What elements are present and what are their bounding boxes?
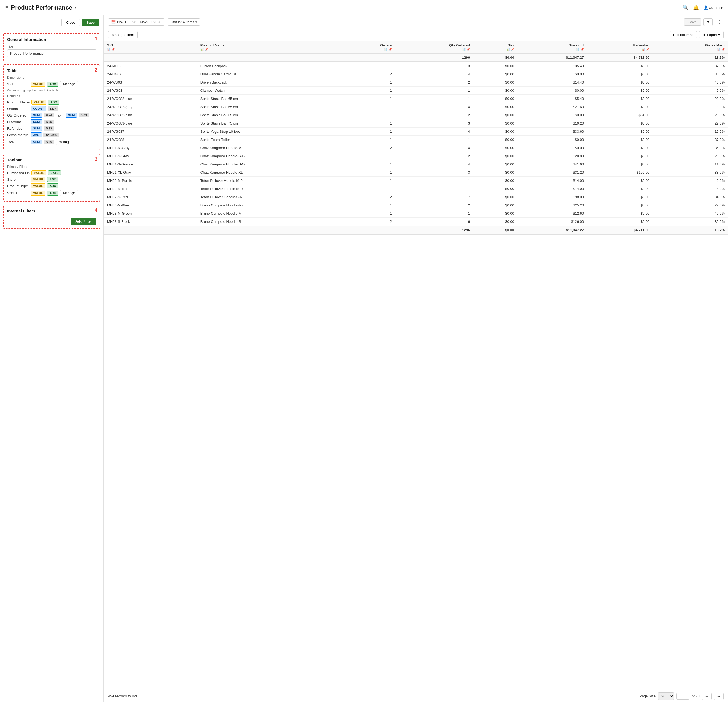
- row-refunded: $54.00: [587, 111, 653, 119]
- row-discount: $14.00: [517, 185, 587, 193]
- columns-manage-button[interactable]: Manage: [56, 139, 74, 145]
- section-number-2: 2: [95, 67, 97, 73]
- discount-chart-icon[interactable]: 📊: [576, 48, 579, 51]
- admin-dropdown-icon: ▾: [721, 6, 722, 10]
- tax-chart-icon[interactable]: 📊: [507, 48, 510, 51]
- internal-filters-section: 4 Internal Filters Add Filter: [3, 205, 100, 229]
- title-field-label: Title: [7, 45, 97, 48]
- prev-page-button[interactable]: ←: [702, 693, 712, 700]
- col-header-sku[interactable]: SKU 📊 📌: [104, 41, 197, 53]
- calendar-icon: 📅: [111, 20, 116, 24]
- search-icon[interactable]: 🔍: [683, 4, 689, 11]
- row-discount: $21.60: [517, 103, 587, 111]
- store-value-tag: VALUE: [30, 177, 45, 182]
- orders-key-tag: KEY: [48, 107, 58, 111]
- sku-pin-icon[interactable]: 📌: [111, 48, 115, 51]
- table-row: MH02-M-Purple Teton Pullover Hoodie-M-P …: [104, 177, 728, 185]
- next-page-button[interactable]: →: [714, 693, 724, 700]
- name-pin-icon[interactable]: 📌: [205, 48, 208, 51]
- row-product-name: Sprite Foam Roller: [197, 136, 343, 144]
- table-row: 24-WG088 Sprite Foam Roller 1 1 $0.00 $0…: [104, 136, 728, 144]
- row-product-name: Teton Pullover Hoodie-M-R: [197, 185, 343, 193]
- row-gross: 22.0%: [653, 119, 728, 127]
- left-panel-actions: Close Save: [0, 15, 104, 30]
- sku-chart-icon[interactable]: 📊: [107, 48, 110, 51]
- row-product-name: Teton Pullover Hoodie-S-R: [197, 193, 343, 201]
- save-button[interactable]: Save: [82, 19, 99, 26]
- col-header-gross-margin[interactable]: Gross Marg 📊 📌: [653, 41, 728, 53]
- col-header-tax[interactable]: Tax 📊 📌: [473, 41, 517, 53]
- status-filter[interactable]: Status: 4 items ▾: [168, 18, 200, 26]
- date-range-filter[interactable]: 📅 Nov 1, 2023 – Nov 30, 2023: [108, 18, 165, 26]
- col-header-refunded[interactable]: Refunded 📊 📌: [587, 41, 653, 53]
- table-footer: 454 records found Page Size 20 50 100 of…: [104, 690, 728, 702]
- toolbar-more-button[interactable]: ⋮: [204, 18, 212, 26]
- row-orders: 1: [343, 62, 395, 70]
- add-filter-button[interactable]: Add Filter: [71, 218, 97, 225]
- admin-area[interactable]: 👤 admin ▾: [703, 6, 722, 10]
- row-tax: $0.00: [473, 185, 517, 193]
- export-button[interactable]: ⬆ Export ▾: [699, 31, 724, 39]
- toolbar-manage-button[interactable]: Manage: [60, 190, 78, 196]
- page-size-select[interactable]: 20 50 100: [658, 692, 674, 700]
- product-type-value-tag: VALUE: [30, 183, 45, 188]
- table-row: MH03-M-Blue Bruno Compete Hoodie-M- 1 2 …: [104, 201, 728, 209]
- row-sku: 24-WG088: [104, 136, 197, 144]
- refunded-pin-icon[interactable]: 📌: [646, 48, 649, 51]
- share-button[interactable]: ⬆: [703, 18, 713, 26]
- row-refunded: $0.00: [587, 103, 653, 111]
- col-header-discount[interactable]: Discount 📊 📌: [517, 41, 587, 53]
- col-header-qty[interactable]: Qty Ordered 📊 📌: [395, 41, 473, 53]
- store-abc-tag: ABC: [47, 177, 58, 182]
- gross-chart-icon[interactable]: 📊: [717, 48, 720, 51]
- report-more-button[interactable]: ⋮: [715, 18, 724, 26]
- row-product-name: Fusion Backpack: [197, 62, 343, 70]
- close-button[interactable]: Close: [61, 19, 80, 26]
- row-product-name: Sprite Stasis Ball 65 cm: [197, 111, 343, 119]
- status-value-tag: VALUE: [30, 191, 45, 195]
- status-abc-tag: ABC: [47, 191, 58, 195]
- tax-pin-icon[interactable]: 📌: [511, 48, 514, 51]
- row-qty: 3: [395, 169, 473, 177]
- row-orders: 1: [343, 177, 395, 185]
- page-number-input[interactable]: [676, 693, 689, 699]
- row-gross: 33.0%: [653, 169, 728, 177]
- bell-icon[interactable]: 🔔: [693, 4, 699, 11]
- row-tax: $0.00: [473, 119, 517, 127]
- gross-pin-icon[interactable]: 📌: [721, 48, 725, 51]
- row-orders: 1: [343, 201, 395, 209]
- discount-sum-tag: SUM: [30, 119, 42, 124]
- edit-columns-button[interactable]: Edit columns: [670, 31, 697, 39]
- data-table-container: SKU 📊 📌 Product Name 📊 📌: [104, 41, 728, 690]
- row-refunded: $0.00: [587, 62, 653, 70]
- tax-sum-tag: SUM: [65, 113, 77, 118]
- table-summary-bottom-row: 1296 $0.00 $11,347.27 $4,711.60 18.7%: [104, 226, 728, 234]
- qty-pin-icon[interactable]: 📌: [467, 48, 470, 51]
- row-gross: 34.0%: [653, 193, 728, 201]
- manage-filters-button[interactable]: Manage filters: [108, 31, 138, 39]
- row-tax: $0.00: [473, 144, 517, 152]
- col-header-orders[interactable]: Orders 📊 📌: [343, 41, 395, 53]
- dimensions-manage-button[interactable]: Manage: [60, 81, 78, 87]
- dimensions-hint: Columns to group the rows in the table: [7, 89, 97, 92]
- orders-count-tag: COUNT: [30, 106, 46, 111]
- title-dropdown-icon[interactable]: ▾: [75, 6, 77, 10]
- orders-pin-icon[interactable]: 📌: [389, 48, 392, 51]
- discount-pin-icon[interactable]: 📌: [581, 48, 584, 51]
- title-input[interactable]: [7, 49, 97, 57]
- report-save-button[interactable]: Save: [684, 18, 701, 26]
- orders-label: Orders: [7, 107, 29, 111]
- gross-margin-label: Gross Margin: [7, 133, 29, 137]
- hamburger-icon[interactable]: ≡: [6, 4, 9, 10]
- row-product-name: Chaz Kangaroo Hoodie-XL-: [197, 169, 343, 177]
- orders-chart-icon[interactable]: 📊: [384, 48, 387, 51]
- refunded-chart-icon[interactable]: 📊: [642, 48, 645, 51]
- row-discount: $0.00: [517, 136, 587, 144]
- qty-chart-icon[interactable]: 📊: [462, 48, 465, 51]
- col-header-product-name[interactable]: Product Name 📊 📌: [197, 41, 343, 53]
- row-discount: $0.00: [517, 144, 587, 152]
- export-label: Export: [707, 33, 717, 37]
- qty-sum-tag: SUM: [30, 113, 42, 118]
- row-orders: 1: [343, 209, 395, 218]
- name-chart-icon[interactable]: 📊: [201, 48, 204, 51]
